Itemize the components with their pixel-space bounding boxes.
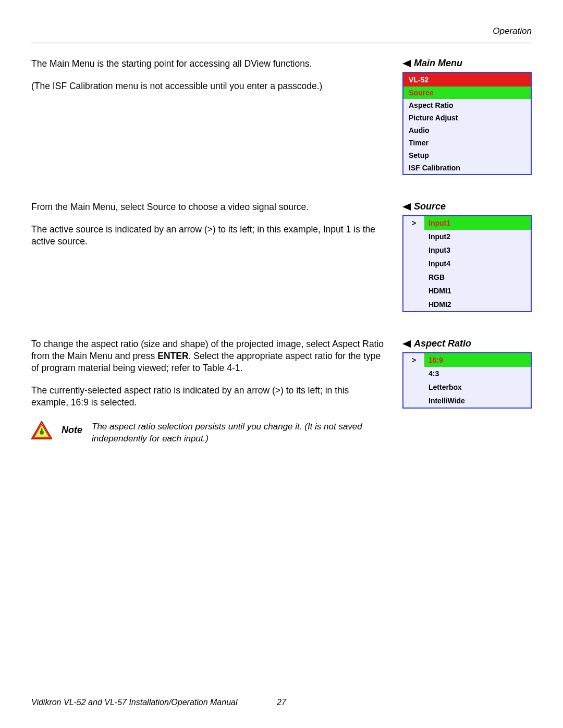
paragraph: (The ISF Calibration menu is not accessi… [31, 80, 388, 92]
header-rule [31, 43, 532, 43]
active-arrow [403, 298, 424, 311]
active-arrow [403, 367, 424, 380]
paragraph: The active source is indicated by an arr… [31, 224, 388, 248]
active-arrow [403, 380, 424, 394]
note-text: The aspect ratio selection persists unti… [92, 421, 384, 445]
menu-item[interactable]: Aspect Ratio [403, 99, 531, 112]
paragraph: The Main Menu is the starting point for … [31, 58, 388, 70]
section-main-menu: The Main Menu is the starting point for … [31, 58, 532, 175]
menu-item[interactable]: ISF Calibration [403, 162, 531, 174]
active-arrow [403, 243, 424, 257]
menu-item[interactable]: HDMI2 [424, 298, 531, 311]
source-menu-box: >Input1Input2Input3Input4RGBHDMI1HDMI2 [402, 215, 532, 312]
header-label: Operation [493, 26, 532, 36]
heading-main-menu: Main Menu [402, 58, 532, 69]
main-menu-box: VL-52 SourceAspect RatioPicture AdjustAu… [402, 72, 532, 175]
page-footer: Vidikron VL-52 and VL-57 Installation/Op… [31, 698, 532, 707]
active-arrow: > [403, 216, 424, 230]
page-header-section: Operation [31, 26, 532, 36]
menu-item[interactable]: Picture Adjust [403, 112, 531, 124]
svg-point-2 [40, 430, 44, 435]
svg-rect-3 [41, 428, 43, 431]
menu-item[interactable]: 4:3 [424, 367, 531, 380]
paragraph: To change the aspect ratio (size and sha… [31, 338, 388, 374]
menu-item[interactable]: Source [403, 87, 531, 99]
menu-item[interactable]: Timer [403, 137, 531, 149]
menu-item[interactable]: HDMI1 [424, 284, 531, 298]
footer-manual-title: Vidikron VL-52 and VL-57 Installation/Op… [31, 698, 238, 707]
menu-item[interactable]: Input2 [424, 230, 531, 243]
active-arrow [403, 257, 424, 270]
note-block: Note The aspect ratio selection persists… [31, 421, 388, 445]
heading-source: Source [402, 201, 532, 212]
warning-triangle-icon [31, 421, 52, 440]
menu-item[interactable]: Setup [403, 149, 531, 162]
section-source: From the Main Menu, select Source to cho… [31, 201, 532, 312]
active-arrow [403, 284, 424, 298]
menu-item[interactable]: Input1 [424, 216, 531, 230]
menu-item[interactable]: 16:9 [424, 353, 531, 367]
active-arrow: > [403, 353, 424, 367]
menu-item[interactable]: Input4 [424, 257, 531, 270]
triangle-left-icon [402, 203, 411, 211]
menu-item[interactable]: IntelliWide [424, 394, 531, 408]
menu-item[interactable]: RGB [424, 270, 531, 284]
menu-item[interactable]: Letterbox [424, 380, 531, 394]
heading-aspect-ratio: Aspect Ratio [402, 338, 532, 349]
note-label: Note [62, 424, 82, 437]
menu-item[interactable]: Audio [403, 124, 531, 137]
active-arrow [403, 394, 424, 408]
active-arrow [403, 270, 424, 284]
section-aspect-ratio: To change the aspect ratio (size and sha… [31, 338, 532, 445]
paragraph: The currently-selected aspect ratio is i… [31, 385, 388, 409]
menu-title: VL-52 [403, 73, 531, 87]
footer-page-number: 27 [277, 698, 286, 707]
paragraph: From the Main Menu, select Source to cho… [31, 201, 388, 213]
triangle-left-icon [402, 340, 411, 348]
aspect-menu-box: >16:94:3LetterboxIntelliWide [402, 352, 532, 409]
menu-item[interactable]: Input3 [424, 243, 531, 257]
active-arrow [403, 230, 424, 243]
triangle-left-icon [402, 60, 411, 67]
